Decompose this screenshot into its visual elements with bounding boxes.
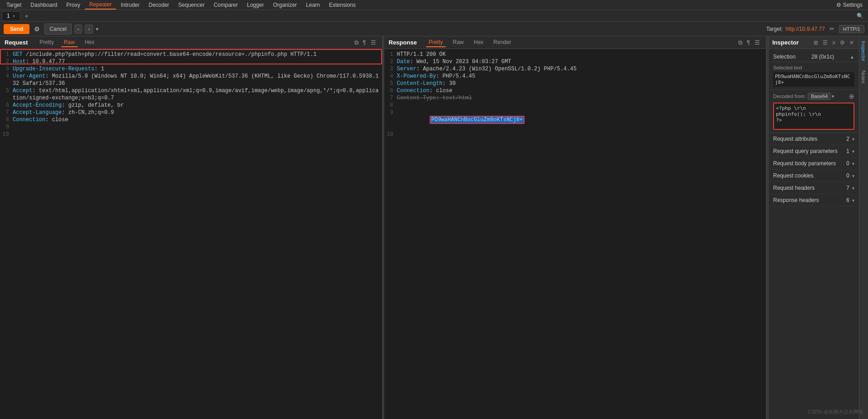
request-tab-hex[interactable]: Hex bbox=[82, 38, 97, 47]
response-action-indent[interactable]: ¶ bbox=[745, 39, 751, 47]
cookies-chevron: ▾ bbox=[852, 173, 854, 178]
inspector-grid-icon[interactable]: ⊞ bbox=[812, 39, 819, 46]
response-line-2: 2 Date: Wed, 15 Nov 2023 04:03:27 GMT bbox=[384, 58, 766, 65]
menu-extensions[interactable]: Extensions bbox=[324, 1, 360, 9]
request-line-2: 2 Host: 10.9.47.77 bbox=[0, 58, 382, 65]
target-label: Target: bbox=[766, 26, 783, 32]
request-headers-chevron: ▾ bbox=[852, 186, 854, 191]
menu-intruder[interactable]: Intruder bbox=[116, 1, 144, 9]
request-attributes-chevron: ▾ bbox=[852, 137, 854, 142]
response-panel-header: Response Pretty Raw Hex Render ⧉ ¶ ☰ bbox=[384, 36, 766, 49]
inspector-row-response-headers[interactable]: Response headers 6 ▾ bbox=[769, 194, 859, 207]
request-line-8: 8 Connection: close bbox=[0, 116, 382, 123]
inspector-panel: Inspector ⊞ ☰ ≡ ⚙ ✕ Selection 28 (0x1c) … bbox=[768, 36, 859, 419]
tab-close-icon[interactable]: × bbox=[13, 14, 15, 19]
body-params-chevron: ▾ bbox=[852, 161, 854, 166]
decoded-label: Decoded from: bbox=[773, 94, 806, 99]
menu-comparer[interactable]: Comparer bbox=[209, 1, 242, 9]
request-tab-pretty[interactable]: Pretty bbox=[37, 38, 56, 47]
menu-repeater[interactable]: Repeater bbox=[85, 0, 116, 10]
response-code-area[interactable]: 1 HTTP/1.1 200 OK 2 Date: Wed, 15 Nov 20… bbox=[384, 49, 766, 419]
selected-text-label: Selected text bbox=[773, 65, 854, 70]
inspector-settings-icon[interactable]: ⚙ bbox=[839, 39, 846, 46]
response-highlight-text: PD9waHANCnBocGluZm8oKTsNCj8+ bbox=[430, 116, 525, 124]
settings-button[interactable]: ⚙ Settings bbox=[833, 1, 866, 9]
menu-bar: Target Dashboard Proxy Repeater Intruder… bbox=[0, 0, 868, 10]
menu-target[interactable]: Target bbox=[2, 1, 26, 9]
menu-proxy[interactable]: Proxy bbox=[62, 1, 85, 9]
response-tab-pretty[interactable]: Pretty bbox=[426, 38, 446, 47]
request-tab-raw[interactable]: Raw bbox=[61, 38, 78, 47]
menu-sequencer[interactable]: Sequencer bbox=[174, 1, 209, 9]
response-line-4: 4 X-Powered-By: PHP/5.4.45 bbox=[384, 73, 766, 80]
response-line-1: 1 HTTP/1.1 200 OK bbox=[384, 51, 766, 58]
request-line-6: 6 Accept-Encoding: gzip, deflate, br bbox=[0, 102, 382, 109]
response-line-7: 7 Content-Type: text/html bbox=[384, 94, 766, 102]
request-action-indent[interactable]: ¶ bbox=[362, 39, 368, 47]
selected-text-value: PD9waHANCnBocGluZm8oKTsNCj8+ bbox=[773, 72, 854, 87]
response-line-3: 3 Server: Apache/2.4.23 (Win32) OpenSSL/… bbox=[384, 65, 766, 73]
inspector-list-icon[interactable]: ☰ bbox=[821, 39, 829, 46]
inspector-row-query-params[interactable]: Request query parameters 1 ▾ bbox=[769, 145, 859, 158]
response-tab-raw[interactable]: Raw bbox=[450, 38, 466, 47]
target-url: http://10.9.47.77 bbox=[785, 26, 825, 32]
main-content: Request Pretty Raw Hex ⧉ ¶ ☰ 1 GET /incl… bbox=[0, 36, 868, 419]
nav-fwd-button[interactable]: › bbox=[85, 25, 93, 34]
response-tab-render[interactable]: Render bbox=[490, 38, 514, 47]
request-panel: Request Pretty Raw Hex ⧉ ¶ ☰ 1 GET /incl… bbox=[0, 36, 383, 419]
menu-learn[interactable]: Learn bbox=[301, 1, 324, 9]
decoded-section: Decoded from: Base64 ▾ ⊕ <?php \r\nphpin… bbox=[769, 90, 859, 133]
menu-decoder[interactable]: Decoder bbox=[144, 1, 174, 9]
side-tab-notes[interactable]: Notes bbox=[859, 66, 868, 88]
menu-organizer[interactable]: Organizer bbox=[269, 1, 302, 9]
response-title: Response bbox=[389, 39, 417, 46]
selection-label: Selection bbox=[773, 54, 795, 60]
search-button[interactable]: 🔍 bbox=[854, 12, 866, 20]
repeater-tab-1[interactable]: 1 × bbox=[2, 11, 20, 20]
inspector-title: Inspector bbox=[772, 39, 812, 46]
response-line-10: 10 bbox=[384, 131, 766, 138]
inspector-header: Inspector ⊞ ☰ ≡ ⚙ ✕ bbox=[769, 36, 859, 49]
request-action-menu[interactable]: ☰ bbox=[369, 39, 378, 47]
selected-text-section: Selected text PD9waHANCnBocGluZm8oKTsNCj… bbox=[769, 62, 859, 90]
inspector-row-request-headers[interactable]: Request headers 7 ▾ bbox=[769, 182, 859, 194]
response-tab-hex[interactable]: Hex bbox=[471, 38, 486, 47]
request-line-5: 5 Accept: text/html,application/xhtml+xm… bbox=[0, 87, 382, 102]
http-version-selector[interactable]: HTTP/1 bbox=[839, 25, 864, 33]
tab-bar: 1 × + 🔍 bbox=[0, 10, 868, 22]
inspector-row-request-attributes[interactable]: Request attributes 2 ▾ bbox=[769, 133, 859, 145]
request-action-wrap[interactable]: ⧉ bbox=[353, 39, 360, 47]
selection-chevron-icon: ▲ bbox=[850, 54, 854, 59]
inspector-align-icon[interactable]: ≡ bbox=[831, 39, 837, 46]
decoded-type-selector[interactable]: Base64 bbox=[808, 93, 831, 100]
response-line-9: 9 PD9waHANCnBocGluZm8oKTsNCj8+ bbox=[384, 109, 766, 131]
cancel-button[interactable]: Cancel bbox=[44, 24, 71, 35]
decoded-add-icon[interactable]: ⊕ bbox=[849, 93, 854, 100]
menu-logger[interactable]: Logger bbox=[242, 1, 268, 9]
request-line-7: 7 Accept-Language: zh-CN,zh;q=0.9 bbox=[0, 109, 382, 116]
inspector-body: Selection 28 (0x1c) ▲ Selected text PD9w… bbox=[769, 49, 859, 419]
request-code-area[interactable]: 1 GET /include.php?path=php://filter/rea… bbox=[0, 49, 382, 419]
request-panel-header: Request Pretty Raw Hex ⧉ ¶ ☰ bbox=[0, 36, 382, 49]
side-tab-inspector[interactable]: Inspector bbox=[859, 36, 868, 66]
tab-label: 1 bbox=[7, 13, 10, 19]
inspector-row-body-params[interactable]: Request body parameters 0 ▾ bbox=[769, 158, 859, 170]
inspector-close-icon[interactable]: ✕ bbox=[848, 39, 855, 46]
request-line-1: 1 GET /include.php?path=php://filter/rea… bbox=[0, 51, 382, 58]
nav-back-button[interactable]: ‹ bbox=[74, 25, 83, 34]
response-action-menu[interactable]: ☰ bbox=[753, 39, 761, 47]
send-button[interactable]: Send bbox=[4, 24, 29, 34]
request-line-10: 10 bbox=[0, 131, 382, 138]
response-headers-chevron: ▾ bbox=[852, 198, 854, 203]
response-line-8: 8 bbox=[384, 102, 766, 109]
gear-icon[interactable]: ⚙ bbox=[32, 25, 42, 34]
decoded-content: <?php \r\nphpinfo(); \r\n?> bbox=[773, 103, 854, 130]
tab-add-button[interactable]: + bbox=[21, 11, 32, 20]
request-line-4: 4 User-Agent: Mozilla/5.0 (Windows NT 10… bbox=[0, 73, 382, 87]
inspector-row-cookies[interactable]: Request cookies 0 ▾ bbox=[769, 170, 859, 182]
response-action-wrap[interactable]: ⧉ bbox=[737, 39, 744, 47]
query-params-chevron: ▾ bbox=[852, 149, 854, 154]
response-line-5: 5 Content-Length: 30 bbox=[384, 80, 766, 87]
menu-dashboard[interactable]: Dashboard bbox=[26, 1, 62, 9]
edit-target-icon[interactable]: ✏ bbox=[829, 25, 834, 32]
